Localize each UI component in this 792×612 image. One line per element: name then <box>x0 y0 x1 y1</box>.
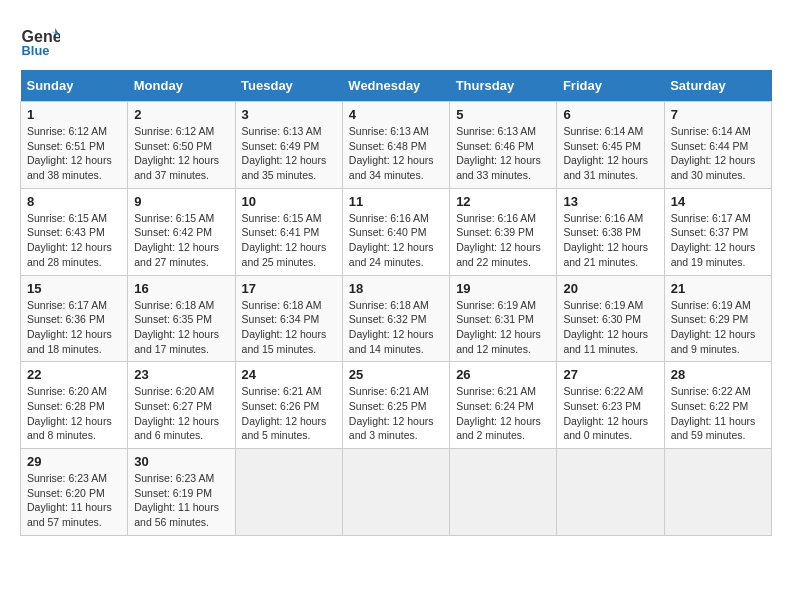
column-header-wednesday: Wednesday <box>342 70 449 102</box>
calendar-cell: 12Sunrise: 6:16 AM Sunset: 6:39 PM Dayli… <box>450 188 557 275</box>
calendar-cell: 23Sunrise: 6:20 AM Sunset: 6:27 PM Dayli… <box>128 362 235 449</box>
day-number: 2 <box>134 107 228 122</box>
day-number: 25 <box>349 367 443 382</box>
svg-text:Blue: Blue <box>22 43 50 58</box>
day-info: Sunrise: 6:21 AM Sunset: 6:25 PM Dayligh… <box>349 384 443 443</box>
day-number: 4 <box>349 107 443 122</box>
calendar-cell: 20Sunrise: 6:19 AM Sunset: 6:30 PM Dayli… <box>557 275 664 362</box>
calendar-cell: 8Sunrise: 6:15 AM Sunset: 6:43 PM Daylig… <box>21 188 128 275</box>
day-info: Sunrise: 6:17 AM Sunset: 6:37 PM Dayligh… <box>671 211 765 270</box>
column-header-friday: Friday <box>557 70 664 102</box>
calendar-cell: 27Sunrise: 6:22 AM Sunset: 6:23 PM Dayli… <box>557 362 664 449</box>
calendar-cell: 9Sunrise: 6:15 AM Sunset: 6:42 PM Daylig… <box>128 188 235 275</box>
day-info: Sunrise: 6:22 AM Sunset: 6:22 PM Dayligh… <box>671 384 765 443</box>
day-number: 26 <box>456 367 550 382</box>
day-number: 20 <box>563 281 657 296</box>
calendar-cell: 14Sunrise: 6:17 AM Sunset: 6:37 PM Dayli… <box>664 188 771 275</box>
day-number: 8 <box>27 194 121 209</box>
calendar-cell: 6Sunrise: 6:14 AM Sunset: 6:45 PM Daylig… <box>557 102 664 189</box>
page-header: General Blue <box>20 20 772 60</box>
calendar-cell <box>664 449 771 536</box>
calendar-cell: 18Sunrise: 6:18 AM Sunset: 6:32 PM Dayli… <box>342 275 449 362</box>
day-info: Sunrise: 6:22 AM Sunset: 6:23 PM Dayligh… <box>563 384 657 443</box>
day-number: 17 <box>242 281 336 296</box>
day-number: 1 <box>27 107 121 122</box>
calendar-cell: 29Sunrise: 6:23 AM Sunset: 6:20 PM Dayli… <box>21 449 128 536</box>
day-number: 29 <box>27 454 121 469</box>
calendar-cell: 28Sunrise: 6:22 AM Sunset: 6:22 PM Dayli… <box>664 362 771 449</box>
calendar-cell: 10Sunrise: 6:15 AM Sunset: 6:41 PM Dayli… <box>235 188 342 275</box>
day-info: Sunrise: 6:19 AM Sunset: 6:30 PM Dayligh… <box>563 298 657 357</box>
day-number: 18 <box>349 281 443 296</box>
calendar-cell: 7Sunrise: 6:14 AM Sunset: 6:44 PM Daylig… <box>664 102 771 189</box>
day-number: 9 <box>134 194 228 209</box>
day-info: Sunrise: 6:14 AM Sunset: 6:45 PM Dayligh… <box>563 124 657 183</box>
calendar-cell <box>557 449 664 536</box>
day-number: 30 <box>134 454 228 469</box>
day-info: Sunrise: 6:12 AM Sunset: 6:50 PM Dayligh… <box>134 124 228 183</box>
day-number: 19 <box>456 281 550 296</box>
day-info: Sunrise: 6:23 AM Sunset: 6:20 PM Dayligh… <box>27 471 121 530</box>
day-info: Sunrise: 6:15 AM Sunset: 6:42 PM Dayligh… <box>134 211 228 270</box>
day-number: 13 <box>563 194 657 209</box>
day-info: Sunrise: 6:18 AM Sunset: 6:34 PM Dayligh… <box>242 298 336 357</box>
day-info: Sunrise: 6:16 AM Sunset: 6:40 PM Dayligh… <box>349 211 443 270</box>
day-number: 27 <box>563 367 657 382</box>
column-header-tuesday: Tuesday <box>235 70 342 102</box>
calendar-cell: 25Sunrise: 6:21 AM Sunset: 6:25 PM Dayli… <box>342 362 449 449</box>
day-info: Sunrise: 6:21 AM Sunset: 6:24 PM Dayligh… <box>456 384 550 443</box>
column-header-sunday: Sunday <box>21 70 128 102</box>
column-header-thursday: Thursday <box>450 70 557 102</box>
column-header-saturday: Saturday <box>664 70 771 102</box>
day-info: Sunrise: 6:12 AM Sunset: 6:51 PM Dayligh… <box>27 124 121 183</box>
calendar-cell: 30Sunrise: 6:23 AM Sunset: 6:19 PM Dayli… <box>128 449 235 536</box>
day-info: Sunrise: 6:16 AM Sunset: 6:39 PM Dayligh… <box>456 211 550 270</box>
calendar-cell: 5Sunrise: 6:13 AM Sunset: 6:46 PM Daylig… <box>450 102 557 189</box>
day-info: Sunrise: 6:18 AM Sunset: 6:32 PM Dayligh… <box>349 298 443 357</box>
calendar-cell: 16Sunrise: 6:18 AM Sunset: 6:35 PM Dayli… <box>128 275 235 362</box>
day-number: 23 <box>134 367 228 382</box>
day-number: 15 <box>27 281 121 296</box>
day-info: Sunrise: 6:15 AM Sunset: 6:41 PM Dayligh… <box>242 211 336 270</box>
day-info: Sunrise: 6:16 AM Sunset: 6:38 PM Dayligh… <box>563 211 657 270</box>
day-info: Sunrise: 6:17 AM Sunset: 6:36 PM Dayligh… <box>27 298 121 357</box>
day-info: Sunrise: 6:13 AM Sunset: 6:48 PM Dayligh… <box>349 124 443 183</box>
day-info: Sunrise: 6:20 AM Sunset: 6:27 PM Dayligh… <box>134 384 228 443</box>
column-header-monday: Monday <box>128 70 235 102</box>
day-number: 16 <box>134 281 228 296</box>
calendar-cell: 1Sunrise: 6:12 AM Sunset: 6:51 PM Daylig… <box>21 102 128 189</box>
calendar-cell: 4Sunrise: 6:13 AM Sunset: 6:48 PM Daylig… <box>342 102 449 189</box>
calendar-table: SundayMondayTuesdayWednesdayThursdayFrid… <box>20 70 772 536</box>
calendar-cell: 21Sunrise: 6:19 AM Sunset: 6:29 PM Dayli… <box>664 275 771 362</box>
day-number: 22 <box>27 367 121 382</box>
day-info: Sunrise: 6:13 AM Sunset: 6:46 PM Dayligh… <box>456 124 550 183</box>
day-number: 21 <box>671 281 765 296</box>
logo: General Blue <box>20 20 66 60</box>
day-number: 10 <box>242 194 336 209</box>
calendar-cell: 13Sunrise: 6:16 AM Sunset: 6:38 PM Dayli… <box>557 188 664 275</box>
calendar-cell: 3Sunrise: 6:13 AM Sunset: 6:49 PM Daylig… <box>235 102 342 189</box>
calendar-cell <box>450 449 557 536</box>
calendar-cell: 11Sunrise: 6:16 AM Sunset: 6:40 PM Dayli… <box>342 188 449 275</box>
calendar-cell: 15Sunrise: 6:17 AM Sunset: 6:36 PM Dayli… <box>21 275 128 362</box>
day-number: 28 <box>671 367 765 382</box>
calendar-cell: 2Sunrise: 6:12 AM Sunset: 6:50 PM Daylig… <box>128 102 235 189</box>
day-number: 24 <box>242 367 336 382</box>
calendar-cell <box>342 449 449 536</box>
logo-icon: General Blue <box>20 20 60 60</box>
calendar-cell: 19Sunrise: 6:19 AM Sunset: 6:31 PM Dayli… <box>450 275 557 362</box>
calendar-cell: 22Sunrise: 6:20 AM Sunset: 6:28 PM Dayli… <box>21 362 128 449</box>
day-number: 11 <box>349 194 443 209</box>
calendar-cell <box>235 449 342 536</box>
day-info: Sunrise: 6:14 AM Sunset: 6:44 PM Dayligh… <box>671 124 765 183</box>
day-info: Sunrise: 6:19 AM Sunset: 6:29 PM Dayligh… <box>671 298 765 357</box>
day-number: 6 <box>563 107 657 122</box>
calendar-cell: 24Sunrise: 6:21 AM Sunset: 6:26 PM Dayli… <box>235 362 342 449</box>
day-info: Sunrise: 6:13 AM Sunset: 6:49 PM Dayligh… <box>242 124 336 183</box>
calendar-cell: 26Sunrise: 6:21 AM Sunset: 6:24 PM Dayli… <box>450 362 557 449</box>
day-number: 3 <box>242 107 336 122</box>
day-info: Sunrise: 6:18 AM Sunset: 6:35 PM Dayligh… <box>134 298 228 357</box>
day-number: 7 <box>671 107 765 122</box>
day-info: Sunrise: 6:15 AM Sunset: 6:43 PM Dayligh… <box>27 211 121 270</box>
day-info: Sunrise: 6:20 AM Sunset: 6:28 PM Dayligh… <box>27 384 121 443</box>
